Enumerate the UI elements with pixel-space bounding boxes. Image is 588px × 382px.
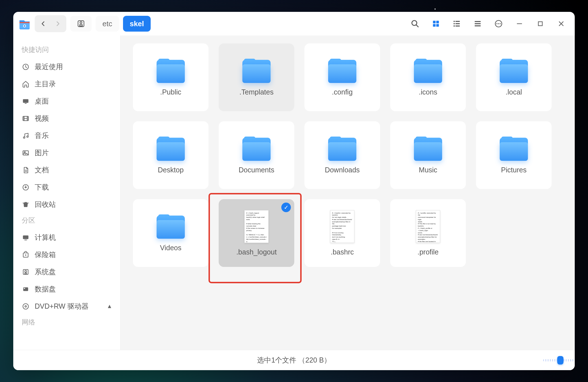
sidebar-item-image[interactable]: 图片 <box>13 144 120 161</box>
maximize-button[interactable] <box>532 15 549 32</box>
file-tile[interactable]: Documents <box>219 121 294 189</box>
file-tile[interactable]: .Templates <box>219 43 294 111</box>
breadcrumb-skel[interactable]: skel <box>123 16 151 32</box>
sidebar-item-computer[interactable]: 计算机 <box>13 229 120 246</box>
folder-icon <box>242 59 271 83</box>
close-icon <box>558 21 564 27</box>
vault-icon <box>22 251 29 258</box>
sidebar-item-home[interactable]: 主目录 <box>13 75 120 93</box>
sidebar-item-label: 计算机 <box>35 233 56 242</box>
sidebar-item-label: 系统盘 <box>35 267 56 276</box>
sidebar-item-label: 音乐 <box>35 131 49 140</box>
file-tile[interactable]: .icons <box>390 43 466 111</box>
chevron-right-icon <box>55 21 61 27</box>
maximize-icon <box>537 21 543 27</box>
body: 快捷访问 最近使用主目录桌面视频音乐图片文档下载回收站 分区 计算机保险箱系统盘… <box>13 36 575 350</box>
file-tile[interactable]: .config <box>304 43 380 111</box>
sidebar-item-clock[interactable]: 最近使用 <box>13 58 120 75</box>
sidebar-item-download[interactable]: 下载 <box>13 179 120 196</box>
sidebar-item-vault[interactable]: 保险箱 <box>13 246 120 263</box>
file-label: Videos <box>160 244 181 252</box>
more-button[interactable] <box>490 15 507 32</box>
chevron-left-icon <box>40 21 46 27</box>
disc-icon-wrap <box>22 302 30 310</box>
clock-icon <box>22 63 29 71</box>
svg-rect-5 <box>80 25 82 26</box>
sysdisk-icon <box>22 268 29 276</box>
zoom-slider[interactable] <box>543 356 563 365</box>
folder-icon <box>157 214 185 239</box>
svg-rect-42 <box>24 288 25 289</box>
sidebar-item-video[interactable]: 视频 <box>13 110 120 127</box>
sysdisk-icon-wrap <box>22 268 30 276</box>
home-icon <box>22 80 29 88</box>
sidebar-item-label: 桌面 <box>35 96 49 106</box>
file-tile[interactable]: # ~/.profile: executed by thecommand int… <box>390 199 466 267</box>
back-button[interactable] <box>36 16 51 31</box>
sidebar-item-desktop[interactable]: 桌面 <box>13 93 120 110</box>
file-manager-window: etc skel 快捷访问 最近使用主目录桌面视频 <box>13 12 575 370</box>
vault-icon-wrap <box>22 251 30 259</box>
svg-rect-16 <box>455 25 460 27</box>
file-label: .bashrc <box>331 248 354 256</box>
doc-icon-wrap <box>22 166 30 174</box>
computer-icon-wrap <box>22 234 30 242</box>
file-label: .local <box>506 88 522 96</box>
view-icons-button[interactable] <box>427 15 444 32</box>
folder-icon <box>242 137 271 161</box>
svg-rect-7 <box>433 21 436 23</box>
svg-rect-24 <box>538 22 542 26</box>
sidebar-item-music[interactable]: 音乐 <box>13 127 120 144</box>
list-icon <box>453 20 461 28</box>
file-tile[interactable]: Videos <box>133 199 209 267</box>
file-label: .Public <box>160 88 181 96</box>
sidebar-item-sysdisk[interactable]: 系统盘 <box>13 263 120 280</box>
forward-button[interactable] <box>51 16 65 31</box>
svg-point-15 <box>453 25 455 27</box>
sidebar-item-disc[interactable]: DVD+RW 驱动器▲ <box>13 298 120 315</box>
sidebar-item-label: 保险箱 <box>35 250 56 259</box>
file-tile[interactable]: # ~/.bashrc: executed by bash(1)for non-… <box>304 199 380 267</box>
download-icon-wrap <box>22 183 30 191</box>
svg-point-30 <box>27 136 28 137</box>
sidebar-item-datadisk[interactable]: 数据盘 <box>13 280 120 298</box>
file-tile[interactable]: Downloads <box>304 121 380 189</box>
file-tile[interactable]: Desktop <box>133 121 209 189</box>
search-button[interactable] <box>407 15 424 32</box>
sidebar-item-trash[interactable]: 回收站 <box>13 196 120 213</box>
file-label: Downloads <box>325 166 360 174</box>
svg-point-2 <box>24 25 25 27</box>
file-tile[interactable]: .Public <box>133 43 209 111</box>
sidebar-item-label: 视频 <box>35 114 49 123</box>
view-list-button[interactable] <box>448 15 465 32</box>
datadisk-icon-wrap <box>22 285 30 293</box>
file-tile[interactable]: .local <box>476 43 552 111</box>
svg-rect-12 <box>455 21 460 22</box>
svg-rect-8 <box>436 21 439 23</box>
view-list-compact-button[interactable] <box>469 15 486 32</box>
folder-icon <box>414 59 442 83</box>
grid-icon <box>432 20 440 28</box>
breadcrumb-etc[interactable]: etc <box>96 16 119 32</box>
svg-point-21 <box>496 23 497 24</box>
eject-icon[interactable]: ▲ <box>107 303 112 309</box>
folder-icon <box>500 59 528 83</box>
close-button[interactable] <box>553 15 570 32</box>
content-area: .Public .Templates .config .icons .local… <box>120 36 575 350</box>
file-icon: # ~/.bashrc: executed by bash(1)for non-… <box>330 210 354 243</box>
file-tile[interactable]: Music <box>390 121 466 189</box>
image-icon-wrap <box>22 149 30 157</box>
minimize-button[interactable] <box>511 15 528 32</box>
svg-point-29 <box>23 137 25 138</box>
clock-icon-wrap <box>22 63 30 71</box>
svg-rect-17 <box>475 21 481 22</box>
list-compact-icon <box>474 20 482 28</box>
file-tile[interactable]: # ~/.bash_logout: executed bybash(1) whe… <box>219 199 294 267</box>
folder-icon <box>328 59 356 83</box>
desktop-icon-wrap <box>22 97 30 105</box>
file-label: Music <box>419 166 437 174</box>
breadcrumb-disk[interactable] <box>70 16 92 32</box>
file-tile[interactable]: Pictures <box>476 121 552 189</box>
sidebar-item-doc[interactable]: 文档 <box>13 161 120 179</box>
zoom-thumb[interactable] <box>557 356 563 365</box>
